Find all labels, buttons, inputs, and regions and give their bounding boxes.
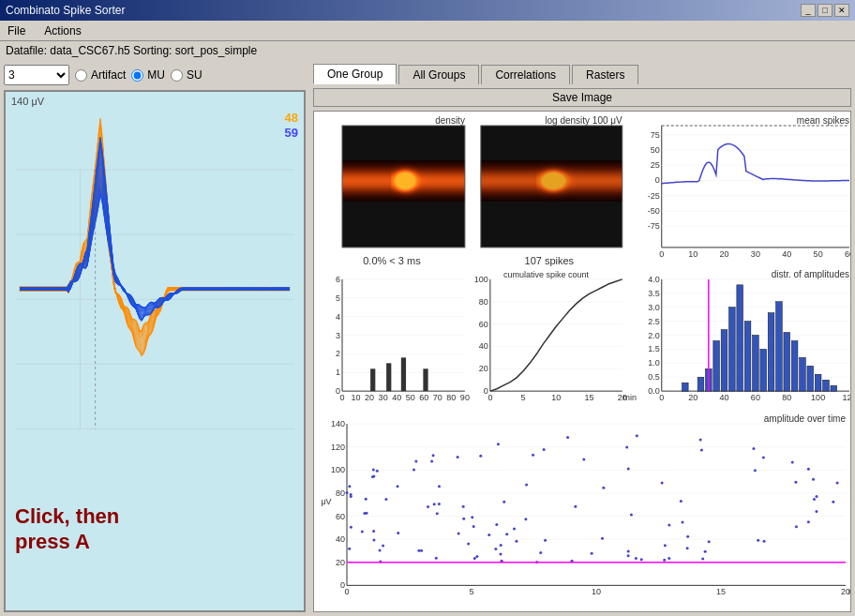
artifact-radio[interactable]	[75, 69, 87, 82]
su-radio-group: SU	[171, 68, 202, 82]
waveform-y-label: 140 μV	[11, 96, 44, 107]
save-image-button[interactable]: Save Image	[313, 88, 851, 107]
charts-area	[313, 111, 851, 612]
info-bar: Datafile: data_CSC67.h5 Sorting: sort_po…	[0, 41, 855, 60]
title-bar: Combinato Spike Sorter _ □ ✕	[0, 0, 855, 21]
artifact-radio-group: Artifact	[75, 68, 126, 82]
main-layout: 1 2 3 4 5 Artifact MU SU 140 μV 48	[0, 60, 855, 616]
su-radio[interactable]	[171, 69, 183, 82]
mu-radio[interactable]	[131, 69, 143, 82]
tab-all-groups[interactable]: All Groups	[398, 65, 479, 84]
left-panel: 1 2 3 4 5 Artifact MU SU 140 μV 48	[0, 60, 309, 616]
right-panel: One Group All Groups Correlations Raster…	[309, 60, 855, 616]
click-instruction: Click, thenpress A	[15, 504, 119, 554]
blue-count: 59	[285, 126, 298, 140]
group-select[interactable]: 1 2 3 4 5	[4, 65, 69, 85]
su-label: SU	[187, 68, 202, 82]
group-controls: 1 2 3 4 5 Artifact MU SU	[4, 64, 306, 86]
datafile-info: Datafile: data_CSC67.h5 Sorting: sort_po…	[6, 44, 257, 57]
minimize-button[interactable]: _	[801, 4, 816, 17]
maximize-button[interactable]: □	[818, 4, 832, 17]
main-chart-canvas	[314, 112, 850, 611]
app-title: Combinato Spike Sorter	[6, 4, 125, 17]
orange-count: 48	[285, 111, 298, 125]
mu-radio-group: MU	[131, 68, 165, 82]
tab-one-group[interactable]: One Group	[313, 64, 397, 84]
close-button[interactable]: ✕	[834, 4, 849, 17]
menu-file[interactable]: File	[4, 23, 29, 38]
menu-bar: File Actions	[0, 21, 855, 41]
tab-rasters[interactable]: Rasters	[572, 65, 638, 84]
menu-actions[interactable]: Actions	[40, 23, 84, 38]
tab-correlations[interactable]: Correlations	[481, 65, 570, 84]
mu-label: MU	[147, 68, 165, 82]
waveform-box[interactable]: 140 μV 48 59 Click, thenpress A	[4, 90, 306, 612]
tab-bar: One Group All Groups Correlations Raster…	[313, 64, 851, 84]
artifact-label: Artifact	[91, 68, 126, 82]
title-bar-buttons: _ □ ✕	[801, 4, 849, 17]
